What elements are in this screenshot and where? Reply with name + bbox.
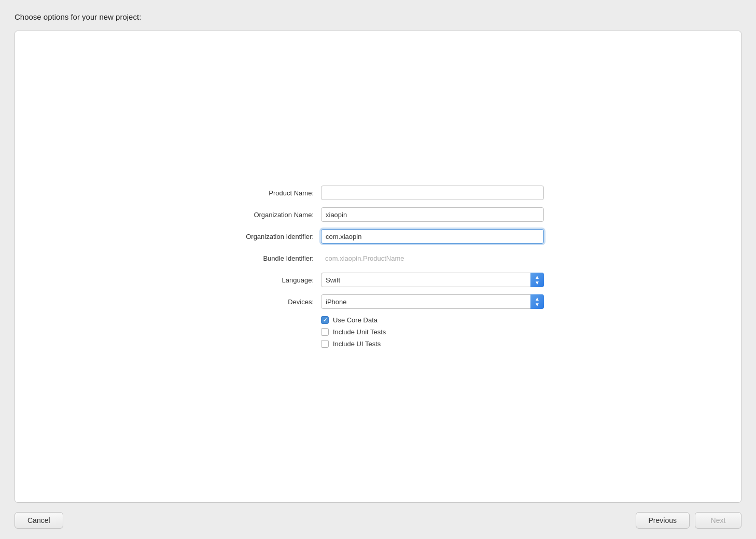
- product-name-label: Product Name:: [212, 189, 321, 197]
- checkboxes-container: Use Core Data Include Unit Tests Include…: [321, 316, 386, 348]
- devices-select-wrapper: iPhone iPad Universal ▲ ▼: [321, 294, 544, 309]
- page-title: Choose options for your new project:: [15, 12, 741, 21]
- language-label: Language:: [212, 276, 321, 284]
- bundle-identifier-row: Bundle Identifier: com.xiaopin.ProductNa…: [212, 251, 544, 265]
- language-row: Language: Swift Objective-C ▲ ▼: [212, 273, 544, 287]
- devices-row: Devices: iPhone iPad Universal ▲ ▼: [212, 294, 544, 309]
- main-panel: Product Name: Organization Name: Organiz…: [15, 31, 741, 503]
- bundle-identifier-label: Bundle Identifier:: [212, 254, 321, 262]
- previous-button[interactable]: Previous: [636, 512, 690, 529]
- org-name-input[interactable]: [321, 207, 544, 222]
- use-core-data-item[interactable]: Use Core Data: [321, 316, 386, 324]
- nav-buttons: Previous Next: [636, 512, 741, 529]
- include-ui-tests-label: Include UI Tests: [333, 340, 381, 348]
- next-button: Next: [695, 512, 741, 529]
- product-name-input[interactable]: [321, 186, 544, 200]
- include-unit-tests-label: Include Unit Tests: [333, 328, 386, 336]
- use-core-data-label: Use Core Data: [333, 316, 377, 324]
- checkboxes-row: Use Core Data Include Unit Tests Include…: [212, 316, 544, 348]
- include-ui-tests-item[interactable]: Include UI Tests: [321, 340, 386, 348]
- use-core-data-checkbox[interactable]: [321, 316, 329, 324]
- language-select[interactable]: Swift Objective-C: [321, 273, 544, 287]
- org-name-label: Organization Name:: [212, 211, 321, 219]
- org-identifier-input[interactable]: [321, 229, 544, 244]
- bottom-bar: Cancel Previous Next: [15, 512, 741, 529]
- org-identifier-label: Organization Identifier:: [212, 233, 321, 240]
- org-identifier-row: Organization Identifier:: [212, 229, 544, 244]
- language-select-wrapper: Swift Objective-C ▲ ▼: [321, 273, 544, 287]
- bundle-identifier-value: com.xiaopin.ProductName: [321, 251, 544, 265]
- include-unit-tests-item[interactable]: Include Unit Tests: [321, 328, 386, 336]
- include-unit-tests-checkbox[interactable]: [321, 328, 329, 336]
- cancel-button[interactable]: Cancel: [15, 512, 63, 529]
- devices-select[interactable]: iPhone iPad Universal: [321, 294, 544, 309]
- product-name-row: Product Name:: [212, 186, 544, 200]
- devices-label: Devices:: [212, 298, 321, 306]
- form-container: Product Name: Organization Name: Organiz…: [212, 186, 544, 348]
- org-name-row: Organization Name:: [212, 207, 544, 222]
- include-ui-tests-checkbox[interactable]: [321, 340, 329, 348]
